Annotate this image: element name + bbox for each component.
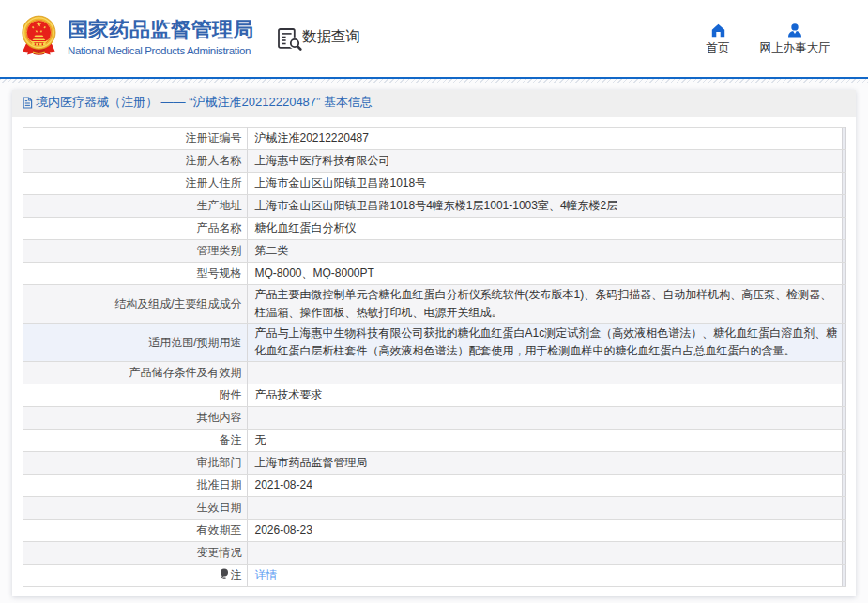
brand-title-en: National Medical Products Administration xyxy=(68,45,251,57)
row-label: 注册证编号 xyxy=(23,128,247,150)
china-national-emblem-logo xyxy=(18,12,60,60)
table-row: 注详情 xyxy=(23,565,846,587)
table-row: 型号规格MQ-8000、MQ-8000PT xyxy=(23,263,846,285)
table-row: 管理类别第二类 xyxy=(23,240,846,263)
row-value xyxy=(247,407,843,430)
card-title: 境内医疗器械（注册） —— “沪械注准20212220487” 基本信息 xyxy=(36,96,373,109)
nav-online-hall[interactable]: 网上办事大厅 xyxy=(753,23,837,54)
row-value: 沪械注准20212220487 xyxy=(247,128,843,150)
table-scrollbar-strip[interactable] xyxy=(843,452,846,475)
table-row: 生产地址上海市金山区山阳镇卫昌路1018号4幢东楼1层1001-1003室、4幢… xyxy=(23,195,846,218)
row-value: 无 xyxy=(247,430,843,452)
table-scrollbar-strip[interactable] xyxy=(843,542,846,565)
table-scrollbar-strip[interactable] xyxy=(843,324,846,362)
table-row: 结构及组成/主要组成成分产品主要由微控制单元含糖化血红蛋白分析仪系统软件(发布版… xyxy=(23,285,846,324)
row-value: MQ-8000、MQ-8000PT xyxy=(247,263,843,285)
detail-card: 境内医疗器械（注册） —— “沪械注准20212220487” 基本信息 注册证… xyxy=(12,90,856,596)
row-value: 产品技术要求 xyxy=(247,384,843,407)
table-row: 审批部门上海市药品监督管理局 xyxy=(23,452,846,475)
table-row: 注册证编号沪械注准20212220487 xyxy=(23,128,846,150)
row-value: 上海市金山区山阳镇卫昌路1018号 xyxy=(247,173,843,195)
row-value: 第二类 xyxy=(247,240,843,263)
row-value xyxy=(247,362,843,384)
row-value: 糖化血红蛋白分析仪 xyxy=(247,218,843,240)
row-label: 结构及组成/主要组成成分 xyxy=(23,285,247,324)
row-value: 产品与上海惠中生物科技有限公司获批的糖化血红蛋白A1c测定试剂盒（高效液相色谱法… xyxy=(247,324,843,362)
table-row: 变更情况 xyxy=(23,542,846,565)
table-row: 产品储存条件及有效期 xyxy=(23,362,846,384)
row-label: 管理类别 xyxy=(23,240,247,263)
row-label: 其他内容 xyxy=(23,407,247,430)
row-label: 产品储存条件及有效期 xyxy=(23,362,247,384)
hatch-pattern-band xyxy=(0,79,868,83)
table-scrollbar-strip[interactable] xyxy=(843,218,846,240)
table-row: 注册人住所上海市金山区山阳镇卫昌路1018号 xyxy=(23,173,846,195)
row-value xyxy=(247,542,843,565)
document-icon xyxy=(23,96,33,113)
row-label: 型号规格 xyxy=(23,263,247,285)
table-scrollbar-strip[interactable] xyxy=(843,240,846,263)
nav-home-label: 首页 xyxy=(676,42,760,54)
row-label: 附件 xyxy=(23,384,247,407)
table-row: 生效日期 xyxy=(23,497,846,520)
detail-link[interactable]: 详情 xyxy=(255,568,278,581)
row-label: 注册人住所 xyxy=(23,173,247,195)
nav-home[interactable]: 首页 xyxy=(676,23,760,54)
table-row: 产品名称糖化血红蛋白分析仪 xyxy=(23,218,846,240)
registration-info-table: 注册证编号沪械注准20212220487注册人名称上海惠中医疗科技有限公司注册人… xyxy=(23,127,846,587)
table-row: 批准日期2021-08-24 xyxy=(23,475,846,497)
table-row: 附件产品技术要求 xyxy=(23,384,846,407)
row-label: 注 xyxy=(23,565,247,587)
brand-title-cn: 国家药品监督管理局 xyxy=(68,19,253,40)
user-icon xyxy=(787,23,802,38)
row-value: 2021-08-24 xyxy=(247,475,843,497)
row-label: 批准日期 xyxy=(23,475,247,497)
row-value: 上海惠中医疗科技有限公司 xyxy=(247,150,843,173)
row-label: 生产地址 xyxy=(23,195,247,218)
table-scrollbar-strip[interactable] xyxy=(843,407,846,430)
row-value: 上海市金山区山阳镇卫昌路1018号4幢东楼1层1001-1003室、4幢东楼2层 xyxy=(247,195,843,218)
row-label: 审批部门 xyxy=(23,452,247,475)
nav-hall-label: 网上办事大厅 xyxy=(753,42,837,54)
table-scrollbar-strip[interactable] xyxy=(843,565,846,587)
row-label: 有效期至 xyxy=(23,520,247,542)
row-label: 注册人名称 xyxy=(23,150,247,173)
bulb-icon xyxy=(220,567,229,585)
table-scrollbar-strip[interactable] xyxy=(843,497,846,520)
row-value: 上海市药品监督管理局 xyxy=(247,452,843,475)
table-row: 有效期至2026-08-23 xyxy=(23,520,846,542)
table-scrollbar-strip[interactable] xyxy=(843,150,846,173)
row-value xyxy=(247,497,843,520)
table-row: 注册人名称上海惠中医疗科技有限公司 xyxy=(23,150,846,173)
table-scrollbar-strip[interactable] xyxy=(843,285,846,324)
home-icon xyxy=(711,23,725,38)
table-scrollbar-strip[interactable] xyxy=(843,362,846,384)
data-query-label[interactable]: 数据查询 xyxy=(302,29,360,44)
table-row: 备注无 xyxy=(23,430,846,452)
row-label: 变更情况 xyxy=(23,542,247,565)
document-search-icon xyxy=(278,28,302,54)
card-titlebar: 境内医疗器械（注册） —— “沪械注准20212220487” 基本信息 xyxy=(12,90,856,117)
table-scrollbar-strip[interactable] xyxy=(843,128,846,150)
row-label: 生效日期 xyxy=(23,497,247,520)
table-scrollbar-strip[interactable] xyxy=(843,195,846,218)
table-scrollbar-strip[interactable] xyxy=(843,520,846,542)
table-scrollbar-strip[interactable] xyxy=(843,430,846,452)
table-scrollbar-strip[interactable] xyxy=(843,384,846,407)
table-row: 适用范围/预期用途产品与上海惠中生物科技有限公司获批的糖化血红蛋白A1c测定试剂… xyxy=(23,324,846,362)
row-label: 适用范围/预期用途 xyxy=(23,324,247,362)
row-label: 备注 xyxy=(23,430,247,452)
table-scrollbar-strip[interactable] xyxy=(843,173,846,195)
table-scrollbar-strip[interactable] xyxy=(843,263,846,285)
row-value: 2026-08-23 xyxy=(247,520,843,542)
row-label: 产品名称 xyxy=(23,218,247,240)
row-value: 详情 xyxy=(247,565,843,587)
site-header: 国家药品监督管理局 National Medical Products Admi… xyxy=(0,0,868,79)
row-value: 产品主要由微控制单元含糖化血红蛋白分析仪系统软件(发布版本1)、条码扫描器、自动… xyxy=(247,285,843,324)
table-scrollbar-strip[interactable] xyxy=(843,475,846,497)
table-row: 其他内容 xyxy=(23,407,846,430)
